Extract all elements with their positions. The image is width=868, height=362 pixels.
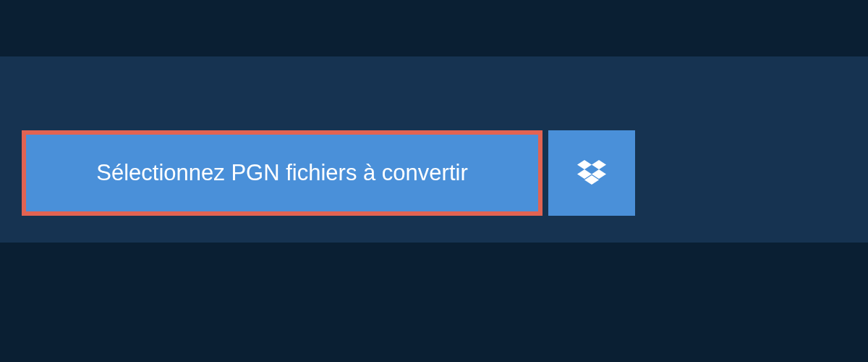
- select-files-label: Sélectionnez PGN fichiers à convertir: [96, 160, 467, 186]
- dropbox-button[interactable]: [548, 130, 635, 216]
- header-bar: [0, 0, 868, 56]
- footer-bar: [0, 243, 868, 362]
- select-files-button[interactable]: Sélectionnez PGN fichiers à convertir: [22, 130, 542, 216]
- button-row: Sélectionnez PGN fichiers à convertir: [22, 130, 846, 216]
- dropbox-icon: [577, 160, 606, 186]
- main-panel: Sélectionnez PGN fichiers à convertir: [0, 56, 868, 245]
